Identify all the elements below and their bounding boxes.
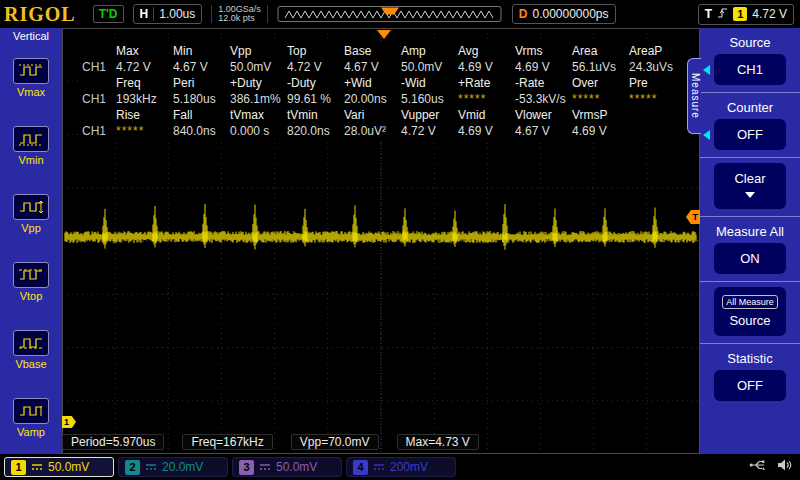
menu-item-vtop[interactable]: Vtop — [0, 248, 62, 316]
vbase-icon — [13, 330, 49, 356]
tab-measure[interactable]: Measure — [687, 58, 701, 134]
channel-1-pill[interactable]: 150.0mV — [4, 457, 114, 477]
measure-header: AreaP — [629, 43, 686, 59]
trigger-slope-icon — [717, 7, 728, 22]
channel-2-pill[interactable]: 220.0mV — [118, 457, 228, 477]
menu-item-label: Vbase — [15, 358, 46, 370]
chevron-down-icon — [745, 192, 755, 198]
measure-header: Vlower — [515, 107, 572, 123]
vpp-icon — [13, 194, 49, 220]
channel-4-pill[interactable]: 4200mV — [346, 457, 456, 477]
menu-group-counter: CounterOFF — [700, 93, 800, 158]
vtop-icon — [13, 262, 49, 288]
trigger-label: T — [705, 7, 712, 21]
channel-number: 2 — [125, 460, 140, 475]
menu-button-clear[interactable]: Clear — [714, 163, 786, 209]
channel-label: CH1 — [78, 123, 116, 139]
memory-position-bar — [277, 5, 503, 23]
measure-value: 4.67 V — [344, 59, 401, 75]
acquisition-info: 1.00GSa/s 12.0k pts — [211, 5, 268, 23]
measure-header: Area — [572, 43, 629, 59]
rigol-logo: RIGOL — [4, 3, 76, 26]
menu-item-label: Vamp — [17, 426, 45, 438]
menu-button-source[interactable]: CH1 — [714, 54, 786, 85]
menu-button-counter[interactable]: OFF — [714, 119, 786, 150]
delay-value: 0.00000000ps — [532, 7, 608, 21]
measure-header: +Duty — [230, 75, 287, 91]
measure-header-row: MaxMinVppTopBaseAmpAvgVrmsAreaAreaP — [78, 43, 690, 59]
measure-header: Base — [344, 43, 401, 59]
measure-value: ***** — [458, 91, 515, 107]
menu-group-label: Counter — [700, 100, 800, 115]
channel-number: 3 — [239, 460, 254, 475]
menu-item-vamp[interactable]: Vamp — [0, 384, 62, 452]
measure-header: tVmin — [287, 107, 344, 123]
measure-value: 4.72 V — [116, 59, 173, 75]
channel-3-pill[interactable]: 350.0mV — [232, 457, 342, 477]
measure-value: 4.69 V — [572, 123, 629, 139]
vertical-items: VmaxVminVppVtopVbaseVamp — [0, 44, 62, 452]
menu-button-statistic[interactable]: OFF — [714, 370, 786, 401]
memory-depth: 12.0k pts — [218, 14, 261, 23]
measure-value: 24.3uVs — [629, 59, 686, 75]
menu-item-vmin[interactable]: Vmin — [0, 112, 62, 180]
menu-item-vbase[interactable]: Vbase — [0, 316, 62, 384]
menu-button-label: ON — [714, 251, 786, 266]
left-arrow-icon — [703, 65, 710, 75]
measure-header-row: FreqPeri+Duty-Duty+Wid-Wid+Rate-RateOver… — [78, 75, 690, 91]
measure-value: 4.72 V — [401, 123, 458, 139]
menu-button-label: Source — [714, 313, 786, 328]
measure-value: 4.69 V — [458, 59, 515, 75]
measure-header: Rise — [116, 107, 173, 123]
measure-value: 840.0ns — [173, 123, 230, 139]
menu-item-vpp[interactable]: Vpp — [0, 180, 62, 248]
measure-header: +Wid — [344, 75, 401, 91]
measure-value: -53.3kV/s — [515, 91, 572, 107]
measure-header: Top — [287, 43, 344, 59]
left-sidebar: Vertical VmaxVminVppVtopVbaseVamp — [0, 28, 62, 454]
menu-group-source: SourceCH1 — [700, 28, 800, 93]
measure-header: -Rate — [515, 75, 572, 91]
menu-item-label: Vmin — [18, 154, 43, 166]
menu-group-label: Measure All — [700, 224, 800, 239]
channel-scale: 200mV — [390, 460, 428, 474]
measure-value: 20.00ns — [344, 91, 401, 107]
stat-bar: Period=5.970usFreq=167kHzVpp=70.0mVMax=4… — [62, 434, 479, 450]
measure-header: Avg — [458, 43, 515, 59]
measure-header: Over — [572, 75, 629, 91]
menu-item-label: Vpp — [21, 222, 41, 234]
measure-value: 0.000 s — [230, 123, 287, 139]
channel-scale: 50.0mV — [276, 460, 317, 474]
channel-scale: 50.0mV — [48, 460, 89, 474]
measure-value: 4.69 V — [458, 123, 515, 139]
top-bar: RIGOL T'D H 1.00us 1.00GSa/s 12.0k pts D… — [0, 0, 800, 28]
measure-header: Vupper — [401, 107, 458, 123]
horizontal-timebase-box: H 1.00us — [133, 4, 203, 24]
measure-value: 4.67 V — [515, 123, 572, 139]
menu-group-label: Source — [700, 35, 800, 50]
measure-value: 820.0ns — [287, 123, 344, 139]
measure-header: Vrms — [515, 43, 572, 59]
trigger-source-channel: 1 — [733, 7, 747, 21]
measure-value: 4.72 V — [287, 59, 344, 75]
all-measure-badge: All Measure — [722, 295, 778, 309]
measure-value: ***** — [629, 91, 686, 107]
measure-header: VrmsP — [572, 107, 629, 123]
coupling-icon — [31, 462, 43, 472]
channel-label: CH1 — [78, 59, 116, 75]
measure-header-row: RiseFalltVmaxtVminVariVupperVmidVlowerVr… — [78, 107, 690, 123]
vmax-icon — [13, 58, 49, 84]
stat-item: Max=4.73 V — [397, 434, 479, 450]
menu-item-label: Vtop — [20, 290, 43, 302]
horizontal-delay-box: D 0.00000000ps — [512, 4, 616, 24]
menu-button-source[interactable]: All MeasureSource — [714, 287, 786, 336]
channel-number: 1 — [11, 460, 26, 475]
channel-scale: 20.0mV — [162, 460, 203, 474]
menu-button-measure-all[interactable]: ON — [714, 243, 786, 274]
bottom-bar: 150.0mV220.0mV350.0mV4200mV — [0, 454, 800, 480]
vmin-icon — [13, 126, 49, 152]
channel-label: CH1 — [78, 91, 116, 107]
measure-header: +Rate — [458, 75, 515, 91]
measure-header: Vpp — [230, 43, 287, 59]
menu-item-vmax[interactable]: Vmax — [0, 44, 62, 112]
